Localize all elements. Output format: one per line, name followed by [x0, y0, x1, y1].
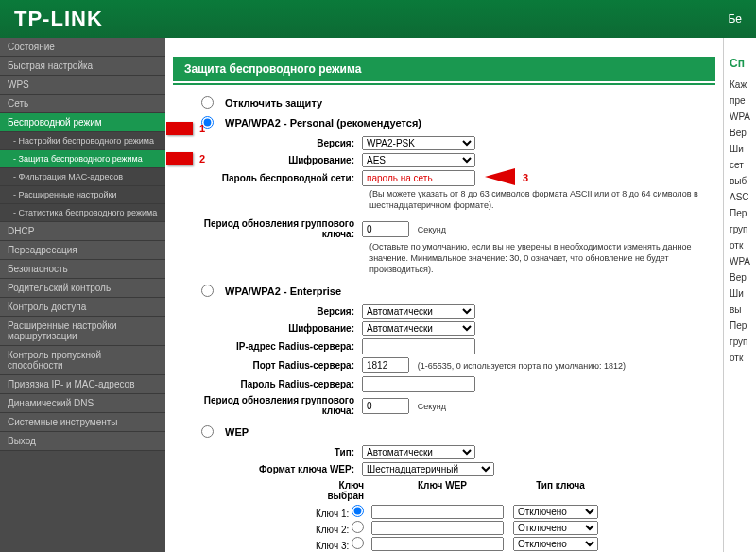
password-input[interactable] [362, 170, 475, 186]
ent-version-label: Версия: [173, 306, 362, 317]
wep-key-row-3: Ключ 3: Отключено [305, 537, 715, 551]
version-select[interactable]: WPA2-PSKWPA-PSKАвтоматически [362, 136, 475, 150]
wep-key-radio-2[interactable] [352, 521, 364, 533]
wep-key-row-1: Ключ 1: Отключено [305, 505, 715, 519]
help-item-15: Пер [730, 320, 752, 331]
sidebar-item-20[interactable]: Выход [0, 432, 165, 451]
disable-security-radio[interactable] [201, 96, 214, 109]
wep-key-label-2: Ключ 2: [305, 521, 371, 535]
ent-encryption-select[interactable]: Автоматически [362, 321, 475, 336]
version-label: Версия: [173, 138, 362, 148]
sidebar-item-17[interactable]: Привязка IP- и MAC-адресов [0, 375, 165, 394]
wep-key-radio-3[interactable] [352, 537, 364, 549]
wep-header: Ключ выбран Ключ WEP Тип ключа [305, 480, 715, 501]
radius-port-input[interactable] [362, 357, 409, 373]
disable-security-row[interactable]: Отключить защиту [201, 96, 715, 109]
group-key-label: Период обновления группового ключа: [173, 218, 362, 239]
encryption-select[interactable]: AESTKIPАвтоматически [362, 153, 475, 167]
wep-key-radio-1[interactable] [352, 505, 364, 517]
sidebar-item-13[interactable]: Родительский контроль [0, 279, 165, 298]
sidebar-item-11[interactable]: Переадресация [0, 241, 165, 260]
help-item-17: отк [730, 353, 752, 363]
ent-version-select[interactable]: Автоматически [362, 304, 475, 319]
container: СостояниеБыстрая настройкаWPSСетьБеспров… [0, 38, 756, 552]
help-item-11: WPA [730, 256, 752, 267]
wep-type-row: Тип: Автоматически [173, 445, 715, 459]
radius-ip-input[interactable] [362, 338, 475, 354]
wpa-personal-label: WPA/WPA2 - Personal (рекомендуется) [225, 117, 421, 129]
help-title: Сп [730, 57, 752, 70]
group-key-note: (Оставьте по умолчанию, если вы не увере… [369, 242, 715, 275]
ent-version-row: Версия: Автоматически [173, 304, 715, 319]
wep-type-select[interactable]: Автоматически [362, 445, 475, 459]
radius-port-row: Порт Radius-сервера: (1-65535, 0 использ… [173, 357, 715, 373]
wep-key-label-3: Ключ 3: [305, 537, 371, 551]
help-item-12: Вер [730, 272, 752, 283]
wep-format-row: Формат ключа WEP: Шестнадцатеричный [173, 462, 715, 476]
wep-format-label: Формат ключа WEP: [173, 464, 362, 474]
header-right: Бе [728, 12, 742, 26]
sidebar-item-3[interactable]: Сеть [0, 95, 165, 113]
sidebar-item-5[interactable]: - Настройки беспроводного режима [0, 132, 165, 150]
help-item-14: вы [730, 304, 752, 315]
wep-key-label-1: Ключ 1: [305, 505, 371, 519]
sidebar-item-2[interactable]: WPS [0, 76, 165, 95]
sidebar-item-0[interactable]: Состояние [0, 38, 165, 57]
annotation-num-1: 1 [199, 123, 205, 134]
help-item-8: Пер [730, 208, 752, 218]
help-sidebar: Сп КажпреWPAВерШисетвыбASCПергрупоткWPAВ… [723, 38, 756, 552]
wep-key-row-2: Ключ 2: Отключено [305, 521, 715, 535]
group-key-row: Период обновления группового ключа: Секу… [173, 218, 715, 239]
sidebar-item-1[interactable]: Быстрая настройка [0, 57, 165, 76]
disable-security-label: Отключить защиту [225, 97, 322, 109]
wpa-enterprise-radio[interactable] [201, 285, 214, 297]
group-key-unit: Секунд [418, 225, 446, 234]
password-row: Пароль беспроводной сети: 3 [173, 170, 715, 186]
encryption-row: Шифрование: AESTKIPАвтоматически [173, 153, 715, 167]
wpa-personal-row[interactable]: WPA/WPA2 - Personal (рекомендуется) [201, 116, 715, 129]
sidebar-item-19[interactable]: Системные инструменты [0, 413, 165, 432]
wep-row[interactable]: WEP [201, 425, 715, 438]
wpa-enterprise-label: WPA/WPA2 - Enterprise [225, 285, 341, 297]
logo: TP-LINK [14, 7, 103, 31]
help-item-9: груп [730, 224, 752, 234]
help-item-13: Ши [730, 288, 752, 299]
sidebar-item-18[interactable]: Динамический DNS [0, 394, 165, 413]
annotation-num-2: 2 [199, 153, 205, 164]
sidebar-item-10[interactable]: DHCP [0, 222, 165, 241]
wpa-enterprise-row[interactable]: WPA/WPA2 - Enterprise [201, 285, 715, 297]
help-item-1: пре [730, 95, 752, 106]
sidebar-item-12[interactable]: Безопасность [0, 260, 165, 279]
wep-key-input-3[interactable] [371, 537, 504, 551]
sidebar-item-9[interactable]: - Статистика беспроводного режима [0, 204, 165, 222]
help-item-3: Вер [730, 128, 752, 138]
wep-key-input-1[interactable] [371, 505, 504, 519]
radius-port-label: Порт Radius-сервера: [173, 360, 362, 371]
sidebar-item-4[interactable]: Беспроводной режим [0, 113, 165, 132]
wep-radio[interactable] [201, 425, 214, 438]
sidebar-item-6[interactable]: - Защита беспроводного режима [0, 150, 165, 168]
annotation-num-3: 3 [523, 172, 528, 183]
help-item-4: Ши [730, 144, 752, 154]
header: TP-LINK Бе [0, 0, 756, 38]
ent-group-key-input[interactable] [362, 398, 409, 414]
password-label: Пароль беспроводной сети: [173, 173, 362, 183]
wep-label: WEP [225, 426, 249, 438]
wep-key-input-2[interactable] [371, 521, 504, 535]
wep-key-type-select-3[interactable]: Отключено [513, 537, 598, 551]
radius-pw-input[interactable] [362, 376, 475, 392]
help-item-16: груп [730, 336, 752, 347]
sidebar-item-7[interactable]: - Фильтрация MAC-адресов [0, 168, 165, 186]
wep-format-select[interactable]: Шестнадцатеричный [362, 462, 494, 476]
wep-key-type-select-2[interactable]: Отключено [513, 521, 598, 535]
wep-key-type-select-1[interactable]: Отключено [513, 505, 598, 519]
sidebar-item-16[interactable]: Контроль пропускной способности [0, 346, 165, 375]
group-key-input[interactable] [362, 221, 409, 237]
sidebar-item-15[interactable]: Расширенные настройки маршрутизации [0, 317, 165, 346]
sidebar-item-8[interactable]: - Расширенные настройки [0, 186, 165, 204]
wep-col-type: Тип ключа [513, 480, 608, 501]
help-item-10: отк [730, 240, 752, 250]
sidebar-item-14[interactable]: Контроль доступа [0, 298, 165, 317]
radius-port-note: (1-65535, 0 используется порта по умолча… [418, 361, 626, 371]
divider [173, 83, 715, 85]
